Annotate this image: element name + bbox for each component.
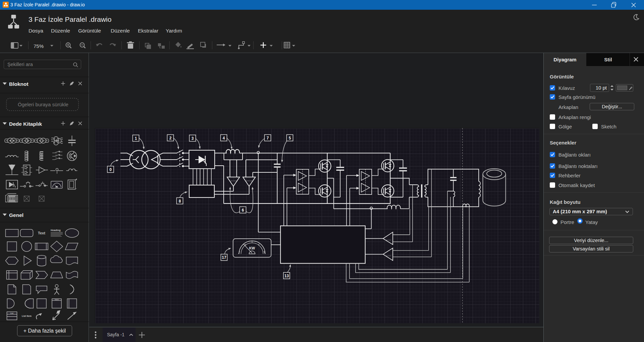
svg-text:75%: 75% [34, 43, 44, 49]
svg-text:2: 2 [169, 136, 172, 140]
svg-text:başlık: başlık [55, 299, 59, 300]
svg-text:List Item: List Item [22, 315, 32, 317]
svg-text:17: 17 [222, 255, 226, 260]
svg-text:4: 4 [223, 136, 225, 140]
svg-text:6: 6 [242, 208, 244, 213]
svg-text:Heading: Heading [51, 229, 61, 232]
svg-text:Text: Text [38, 231, 45, 235]
svg-text:KW: KW [249, 246, 255, 250]
svg-text:List: List [10, 312, 13, 314]
svg-text:5: 5 [289, 136, 291, 140]
svg-text:3: 3 [192, 136, 194, 141]
svg-text:7: 7 [267, 136, 269, 140]
svg-text:8: 8 [179, 199, 181, 204]
svg-text:0: 0 [109, 167, 112, 172]
svg-text:1: 1 [135, 136, 137, 141]
svg-text:13: 13 [284, 274, 289, 278]
